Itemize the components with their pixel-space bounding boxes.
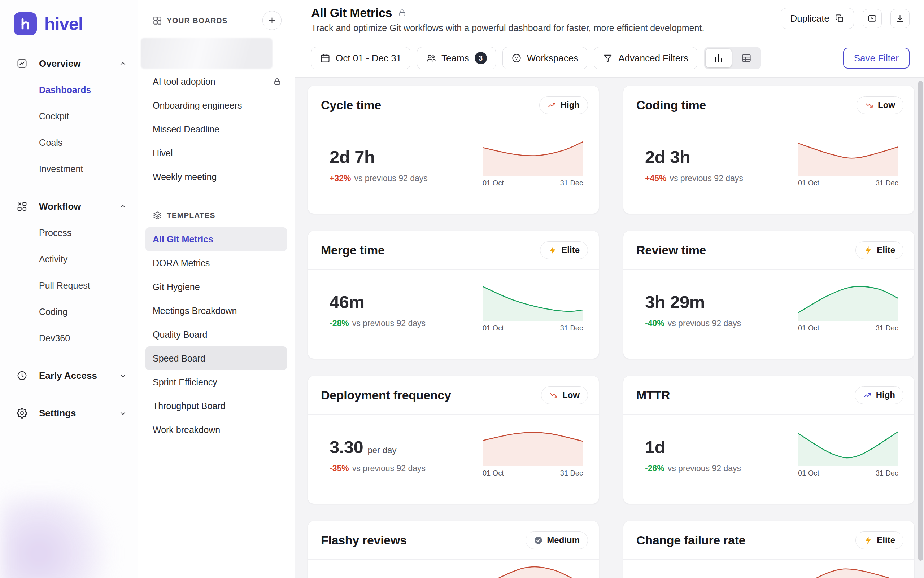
axis-start-label: 01 Oct bbox=[798, 324, 819, 332]
card-body: 3.30per day-35%vs previous 92 days01 Oct… bbox=[308, 414, 599, 504]
present-button[interactable] bbox=[863, 9, 882, 28]
sparkline-chart bbox=[483, 140, 583, 176]
duplicate-label: Duplicate bbox=[791, 13, 830, 24]
board-item-label: AI tool adoption bbox=[153, 76, 215, 87]
sidebar-section-workflow[interactable]: Workflow bbox=[0, 193, 138, 220]
status-badge[interactable]: Elite bbox=[540, 241, 588, 259]
template-item-label: Throughput Board bbox=[153, 401, 226, 411]
metric-unit: per day bbox=[368, 445, 396, 455]
status-badge[interactable]: High bbox=[539, 96, 588, 114]
sidebar-item-goals[interactable]: Goals bbox=[0, 130, 138, 156]
metric-block: 3.30per day-35%vs previous 92 days bbox=[330, 437, 426, 504]
card-header: Review timeElite bbox=[623, 231, 914, 270]
board-item-weekly-meeting[interactable]: Weekly meeting bbox=[138, 165, 294, 189]
sidebar-section-overview[interactable]: Overview bbox=[0, 50, 138, 77]
bar-chart-icon bbox=[714, 53, 724, 63]
template-item-label: Speed Board bbox=[153, 353, 205, 364]
metric-card-deployment-frequency: Deployment frequencyLow3.30per day-35%vs… bbox=[307, 376, 599, 504]
template-item-throughput-board[interactable]: Throughput Board bbox=[145, 394, 287, 418]
sidebar-item-investment[interactable]: Investment bbox=[0, 156, 138, 182]
board-item-hivel[interactable]: Hivel bbox=[138, 141, 294, 165]
card-title: Flashy reviews bbox=[321, 533, 407, 547]
sidebar-item-dev360[interactable]: Dev360 bbox=[0, 325, 138, 351]
present-icon bbox=[867, 14, 877, 23]
sparkline-chart bbox=[483, 285, 583, 321]
status-badge[interactable]: High bbox=[855, 386, 903, 404]
brand[interactable]: hivel bbox=[0, 0, 138, 35]
sidebar-item-dashboards[interactable]: Dashboards bbox=[0, 77, 138, 103]
template-item-meetings-breakdown[interactable]: Meetings Breakdown bbox=[145, 299, 287, 323]
template-item-label: Work breakdown bbox=[153, 425, 220, 435]
delta-note: vs previous 92 days bbox=[668, 464, 741, 473]
workspaces-filter-button[interactable]: Workspaces bbox=[503, 47, 587, 69]
metric-card-cycle-time: Cycle timeHigh2d 7h+32%vs previous 92 da… bbox=[307, 86, 599, 214]
metric-value: 3.30 bbox=[330, 437, 363, 457]
metric-card-coding-time: Coding timeLow2d 3h+45%vs previous 92 da… bbox=[623, 86, 914, 214]
advanced-filters-button[interactable]: Advanced Filters bbox=[594, 47, 697, 69]
trend-down-icon bbox=[549, 391, 558, 400]
delta-value: -40% bbox=[645, 318, 664, 328]
card-header: Merge timeElite bbox=[308, 231, 599, 270]
chevron-down-icon bbox=[119, 372, 127, 380]
sidebar-item-coding[interactable]: Coding bbox=[0, 299, 138, 325]
sparkline: 01 Oct31 Dec bbox=[798, 285, 898, 359]
card-body: 1d-26%vs previous 92 days01 Oct31 Dec bbox=[623, 414, 914, 504]
templates-label: TEMPLATES bbox=[167, 211, 215, 220]
status-badge[interactable]: Medium bbox=[525, 531, 588, 549]
status-badge[interactable]: Elite bbox=[856, 531, 903, 549]
template-item-all-git-metrics[interactable]: All Git Metrics bbox=[145, 227, 287, 251]
hivel-logo-icon bbox=[14, 12, 37, 35]
card-header: Coding timeLow bbox=[623, 86, 914, 125]
boards-grid-icon bbox=[153, 16, 162, 25]
card-header: Deployment frequencyLow bbox=[308, 376, 599, 414]
template-item-sprint-efficiency[interactable]: Sprint Efficiency bbox=[145, 370, 287, 394]
card-title: Coding time bbox=[636, 98, 706, 112]
download-button[interactable] bbox=[890, 9, 909, 28]
board-item-onboarding-engineers[interactable]: Onboarding engineers bbox=[138, 93, 294, 117]
chart-view-toggle[interactable] bbox=[706, 49, 732, 67]
template-item-speed-board[interactable]: Speed Board bbox=[145, 346, 287, 370]
sidebar-item-label: Coding bbox=[39, 307, 67, 317]
lock-icon bbox=[398, 8, 407, 17]
sidebar-item-pull-request[interactable]: Pull Request bbox=[0, 273, 138, 299]
add-board-button[interactable] bbox=[262, 11, 281, 30]
sidebar-item-cockpit[interactable]: Cockpit bbox=[0, 103, 138, 130]
dashboard-content: Cycle timeHigh2d 7h+32%vs previous 92 da… bbox=[295, 78, 924, 578]
board-item-ai-tool-adoption[interactable]: AI tool adoption bbox=[138, 70, 294, 93]
advanced-filters-label: Advanced Filters bbox=[618, 53, 688, 64]
sparkline: 01 Oct31 Dec bbox=[483, 140, 583, 214]
duplicate-button[interactable]: Duplicate bbox=[781, 8, 854, 29]
board-item-label: Missed Deadline bbox=[153, 124, 220, 135]
decorative-gradient bbox=[0, 495, 112, 578]
sidebar-item-activity[interactable]: Activity bbox=[0, 246, 138, 273]
sidebar-item-label: Pull Request bbox=[39, 280, 90, 291]
sidebar-section-early-access[interactable]: Early Access bbox=[0, 362, 138, 389]
status-badge[interactable]: Low bbox=[857, 96, 903, 114]
app: hivel OverviewDashboardsCockpitGoalsInve… bbox=[0, 0, 924, 578]
board-item-missed-deadline[interactable]: Missed Deadline bbox=[138, 117, 294, 141]
save-filter-button[interactable]: Save Filter bbox=[843, 48, 909, 68]
delta-value: -28% bbox=[330, 318, 349, 328]
template-item-quality-board[interactable]: Quality Board bbox=[145, 323, 287, 346]
axis-end-label: 31 Dec bbox=[876, 324, 898, 332]
metric-value: 2d 7h bbox=[330, 147, 375, 167]
status-badge[interactable]: Elite bbox=[856, 241, 903, 259]
sidebar-section-settings[interactable]: Settings bbox=[0, 400, 138, 427]
template-item-work-breakdown[interactable]: Work breakdown bbox=[145, 418, 287, 442]
teams-filter-button[interactable]: Teams 3 bbox=[417, 47, 496, 69]
date-range-button[interactable]: Oct 01 - Dec 31 bbox=[311, 47, 410, 69]
sparkline-chart bbox=[798, 285, 898, 321]
template-item-dora-metrics[interactable]: DORA Metrics bbox=[145, 251, 287, 275]
template-item-git-hygiene[interactable]: Git Hygiene bbox=[145, 275, 287, 299]
check-circle-icon bbox=[534, 536, 543, 545]
chevron-up-icon bbox=[119, 202, 127, 211]
metric-block: 2d 3h+45%vs previous 92 days bbox=[645, 147, 743, 214]
metric-block: 46m-28%vs previous 92 days bbox=[330, 292, 426, 359]
scrollbar[interactable] bbox=[918, 81, 923, 561]
status-badge[interactable]: Low bbox=[541, 386, 588, 404]
card-header: Flashy reviewsMedium bbox=[308, 521, 599, 560]
layers-icon bbox=[153, 211, 162, 220]
sidebar-item-process[interactable]: Process bbox=[0, 220, 138, 246]
table-view-toggle[interactable] bbox=[734, 49, 760, 67]
axis-start-label: 01 Oct bbox=[483, 324, 504, 332]
